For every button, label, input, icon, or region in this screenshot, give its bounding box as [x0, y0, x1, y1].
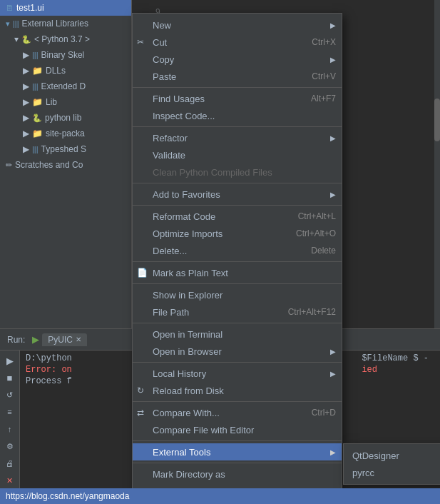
project-item-extlibs[interactable]: ▾ ||| External Libraries: [0, 16, 131, 31]
menu-item-label: Mark Directory as: [153, 469, 225, 480]
folder-icon: 📁: [32, 97, 43, 107]
menu-item-filepath[interactable]: File Path Ctrl+Alt+F12: [133, 303, 342, 321]
run-settings-button[interactable]: ⚙: [3, 439, 17, 453]
submenu-arrow-icon: ▶: [330, 448, 336, 456]
menu-item-localhistory[interactable]: Local History ▶: [133, 365, 342, 382]
project-item-binarysk[interactable]: ▶ ||| Binary Skel: [0, 47, 131, 63]
menu-item-label: Reload from Disk: [153, 385, 224, 396]
menu-item-openinterminal[interactable]: Open in Terminal: [133, 326, 342, 343]
menu-item-markdirectoryas[interactable]: Mark Directory as: [133, 465, 342, 483]
menu-item-externaltools[interactable]: External Tools ▶ QtDesigner pyrcc: [133, 443, 342, 460]
project-item-scratches[interactable]: ✏ Scratches and Co: [0, 157, 131, 173]
project-item-dlls[interactable]: ▶ 📁 DLLs: [0, 63, 131, 79]
project-item-label: DLLs: [46, 66, 66, 76]
run-play-icon: ▶: [32, 334, 39, 345]
menu-item-addtofav[interactable]: Add to Favorites ▶: [133, 186, 342, 203]
menu-item-label: Compare With...: [153, 408, 220, 418]
menu-item-showinexplorer[interactable]: Show in Explorer: [133, 286, 342, 303]
menu-item-label: Paste: [153, 71, 176, 82]
project-item-label: Lib: [46, 97, 57, 107]
reload-icon: ↻: [137, 385, 144, 395]
project-item-extendedd[interactable]: ▶ ||| Extended D: [0, 79, 131, 94]
lib-icon: |||: [32, 51, 39, 59]
menu-item-copy[interactable]: Copy ▶: [133, 51, 342, 68]
menu-item-comparewith[interactable]: ⇄ Compare With... Ctrl+D: [133, 404, 342, 421]
run-sidebar: ▶ ■ ↺ ≡ ↑ ⚙ 🖨 ✕: [0, 351, 20, 504]
menu-item-label: Refactor: [153, 133, 188, 143]
shortcut-label: Ctrl+Alt+F12: [288, 307, 336, 317]
menu-item-optimizeimports[interactable]: Optimize Imports Ctrl+Alt+O: [133, 225, 342, 242]
menu-item-cut[interactable]: ✂ Cut Ctrl+X: [133, 34, 342, 51]
folder-icon: 📁: [32, 128, 43, 138]
expand-icon: ▶: [23, 128, 29, 138]
project-item-label: < Python 3.7 >: [34, 34, 90, 44]
python-icon: 🐍: [32, 114, 42, 123]
menu-item-reloadfromdisk[interactable]: ↻ Reload from Disk: [133, 382, 342, 399]
run-line-text: D:\python: [26, 353, 72, 363]
scrollbar-thumb[interactable]: [434, 99, 440, 141]
menu-separator: [133, 283, 342, 284]
menu-item-label: Reformat Code: [153, 211, 215, 222]
project-item-test1ui[interactable]: 🖹 test1.ui: [0, 0, 131, 16]
lib-icon: ▾: [6, 19, 10, 29]
menu-item-label: Clean Python Compiled Files: [153, 167, 272, 178]
close-tab-icon[interactable]: ✕: [76, 336, 81, 343]
project-item-label: python lib: [45, 113, 81, 123]
menu-separator: [133, 401, 342, 402]
menu-item-paste[interactable]: Paste Ctrl+V: [133, 68, 342, 85]
menu-item-findusages[interactable]: Find Usages Alt+F7: [133, 90, 342, 107]
project-item-sitepkg[interactable]: ▶ 📁 site-packa: [0, 126, 131, 141]
run-play-button[interactable]: ▶: [3, 353, 17, 368]
menu-item-openinbrowser[interactable]: Open in Browser ▶: [133, 343, 342, 360]
run-scroll-button[interactable]: ≡: [3, 405, 17, 419]
run-stop-button[interactable]: ■: [3, 371, 17, 385]
run-tab-pyuic[interactable]: PyUIC ✕: [42, 333, 87, 346]
project-item-label: Typeshed S: [41, 144, 86, 154]
expand-icon: ▶: [23, 66, 29, 76]
project-item-python37[interactable]: ▾ 🐍 < Python 3.7 >: [0, 31, 131, 47]
run-rerun-button[interactable]: ↺: [3, 388, 17, 402]
menu-item-new[interactable]: New ▶: [133, 16, 342, 34]
menu-separator: [133, 261, 342, 262]
run-right-content: $FileName $ - ied: [362, 353, 434, 388]
menu-item-comparewitheditor[interactable]: Compare File with Editor: [133, 421, 342, 438]
menu-separator: [133, 440, 342, 441]
expand-icon: ▶: [23, 50, 29, 60]
expand-icon: ▶: [23, 144, 29, 154]
scrollbar-track[interactable]: [434, 0, 440, 328]
menu-item-label: Show in Explorer: [153, 290, 222, 301]
project-item-label: External Libraries: [22, 19, 88, 29]
shortcut-label: Ctrl+D: [312, 408, 336, 418]
submenu-arrow-icon: ▶: [330, 21, 336, 29]
project-item-label: site-packa: [46, 128, 85, 138]
project-item-pythonlib[interactable]: ▶ 🐍 python lib: [0, 110, 131, 126]
submenu-arrow-icon: ▶: [330, 191, 336, 198]
menu-item-reformatcode[interactable]: Reformat Code Ctrl+Alt+L: [133, 208, 342, 225]
menu-item-label: Optimize Imports: [153, 228, 222, 239]
menu-item-markasplaintext[interactable]: 📄 Mark as Plain Text: [133, 264, 342, 281]
externaltools-submenu: QtDesigner pyrcc: [343, 443, 440, 485]
run-close-button[interactable]: ✕: [3, 473, 17, 488]
run-scroll-up-button[interactable]: ↑: [3, 422, 17, 436]
submenu-arrow-icon: ▶: [330, 56, 336, 64]
submenu-arrow-icon: ▶: [330, 370, 336, 378]
shortcut-label: Ctrl+X: [312, 37, 336, 47]
submenu-item-pyrcc[interactable]: pyrcc: [344, 464, 440, 481]
menu-item-label: Add to Favorites: [153, 189, 220, 200]
project-item-typeshed[interactable]: ▶ ||| Typeshed S: [0, 141, 131, 157]
menu-item-delete[interactable]: Delete... Delete: [133, 242, 342, 259]
project-item-lib[interactable]: ▶ 📁 Lib: [0, 94, 131, 110]
menu-item-inspectcode[interactable]: Inspect Code...: [133, 107, 342, 124]
submenu-item-label: pyrcc: [352, 468, 374, 478]
menu-item-label: Open in Terminal: [153, 329, 222, 340]
run-line-process: Process f: [26, 376, 72, 386]
menu-item-validate[interactable]: Validate: [133, 146, 342, 163]
submenu-item-qtdesigner[interactable]: QtDesigner: [344, 447, 440, 464]
run-print-button[interactable]: 🖨: [3, 456, 17, 470]
run-process-text: Process f: [26, 376, 72, 386]
menu-item-refactor[interactable]: Refactor ▶: [133, 129, 342, 146]
menu-item-label: External Tools: [153, 447, 210, 458]
project-item-label: test1.ui: [16, 3, 44, 13]
run-error-text: Error: on: [26, 365, 72, 375]
tooltip-bar: https://blog.csdn.net/yangmaoda: [0, 488, 440, 504]
